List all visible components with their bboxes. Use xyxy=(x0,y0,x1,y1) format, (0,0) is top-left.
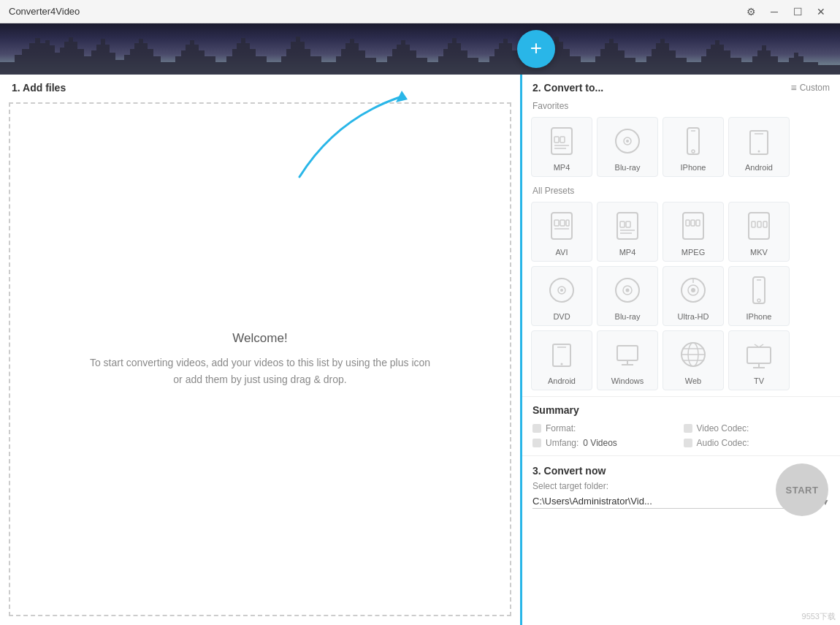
svg-rect-30 xyxy=(752,221,755,227)
svg-point-45 xyxy=(757,299,760,302)
all-presets-group: All Presets AVI xyxy=(522,183,840,396)
preset-item-fav-mp4[interactable]: MP4 xyxy=(531,117,592,177)
gear-icon: ⚙ xyxy=(747,6,756,18)
settings-button[interactable]: ⚙ xyxy=(741,4,761,20)
svg-rect-31 xyxy=(757,221,761,227)
fav-iphone-icon xyxy=(674,122,712,160)
umfang-value: 0 Videos xyxy=(583,438,616,448)
preset-item-fav-bluray[interactable]: Blu-ray xyxy=(597,117,658,177)
windows-icon xyxy=(608,336,646,374)
fav-mp4-label: MP4 xyxy=(554,163,570,172)
fav-mp4-icon xyxy=(543,122,581,160)
video-codec-key: Video Codec: xyxy=(697,423,749,433)
start-button[interactable]: START xyxy=(776,463,828,516)
preset-item-mkv[interactable]: MKV xyxy=(728,202,790,262)
svg-point-38 xyxy=(626,289,630,292)
video-codec-dot xyxy=(684,424,692,433)
preset-item-dvd[interactable]: DVD xyxy=(531,266,592,326)
fav-bluray-icon xyxy=(608,122,646,160)
iphone-label: IPhone xyxy=(747,312,772,321)
preset-item-avi[interactable]: AVI xyxy=(531,202,592,262)
mpeg-label: MPEG xyxy=(681,248,705,257)
audio-codec-key: Audio Codec: xyxy=(697,438,749,448)
hero-banner: + xyxy=(0,23,840,75)
menu-lines-icon: ≡ xyxy=(790,82,796,94)
svg-rect-28 xyxy=(696,220,700,226)
svg-point-41 xyxy=(691,288,695,292)
audio-codec-row: Audio Codec: xyxy=(684,438,831,448)
bluray-label: Blu-ray xyxy=(615,312,641,321)
convert-now-section: 3. Convert now Select target folder: C:\… xyxy=(522,456,840,625)
tv-label: TV xyxy=(754,376,764,385)
windows-label: Windows xyxy=(611,376,644,385)
svg-rect-57 xyxy=(747,347,771,363)
android-label: Android xyxy=(548,376,576,385)
umfang-row: Umfang: 0 Videos xyxy=(532,438,679,448)
preset-item-mp4[interactable]: MP4 xyxy=(597,202,658,262)
preset-item-tv[interactable]: TV xyxy=(728,330,790,390)
svg-rect-18 xyxy=(566,220,569,226)
titlebar: Converter4Video ⚙ ─ ☐ ✕ xyxy=(0,0,840,23)
svg-point-11 xyxy=(692,150,695,153)
left-panel: 1. Add files Welcome! To start convertin… xyxy=(0,75,522,625)
watermark: 9553下载 xyxy=(802,611,836,622)
svg-rect-32 xyxy=(763,221,767,227)
svg-rect-21 xyxy=(620,221,625,227)
svg-rect-27 xyxy=(691,220,695,226)
maximize-button[interactable]: ☐ xyxy=(787,4,808,20)
fav-android-label: Android xyxy=(745,163,773,172)
all-presets-label: All Presets xyxy=(531,186,831,196)
preset-item-fav-iphone[interactable]: IPhone xyxy=(663,117,724,177)
custom-button[interactable]: ≡ Custom xyxy=(790,82,830,94)
close-icon: ✕ xyxy=(817,6,825,18)
svg-rect-2 xyxy=(554,137,559,143)
summary-section: Summary Format: Video Codec: Umfang: 0 V… xyxy=(522,397,840,456)
preset-item-bluray[interactable]: Blu-ray xyxy=(597,266,658,326)
dvd-label: DVD xyxy=(553,312,570,321)
preset-item-fav-android[interactable]: Android xyxy=(728,117,790,177)
target-folder-path: C:\Users\Administrator\Vid... xyxy=(532,496,818,509)
convert-to-section[interactable]: 2. Convert to... ≡ Custom Favorites xyxy=(522,75,840,397)
svg-rect-3 xyxy=(560,137,565,143)
preset-item-iphone[interactable]: IPhone xyxy=(728,266,790,326)
all-presets-grid: AVI MP4 xyxy=(531,202,831,390)
mp4-icon xyxy=(608,207,646,245)
summary-grid: Format: Video Codec: Umfang: 0 Videos Au… xyxy=(532,423,830,448)
welcome-title: Welcome! xyxy=(232,331,287,346)
favorites-group: Favorites MP4 xyxy=(522,98,840,183)
svg-rect-49 xyxy=(617,346,638,360)
silhouette-svg xyxy=(0,34,840,75)
format-key: Format: xyxy=(546,423,576,433)
umfang-dot xyxy=(532,439,541,447)
start-label: START xyxy=(786,485,819,496)
app-title: Converter4Video xyxy=(9,6,80,17)
summary-title: Summary xyxy=(532,404,830,416)
welcome-text-line2: or add them by just using drag & drop. xyxy=(173,371,346,387)
bluray-icon xyxy=(608,271,646,309)
preset-item-windows[interactable]: Windows xyxy=(597,330,658,390)
tv-icon xyxy=(740,336,778,374)
mpeg-icon xyxy=(674,207,712,245)
add-files-header: 1. Add files xyxy=(0,75,520,98)
minimize-button[interactable]: ─ xyxy=(764,4,784,20)
svg-rect-17 xyxy=(560,220,565,226)
umfang-key: Umfang: xyxy=(546,438,579,448)
ultrahd-icon xyxy=(674,271,712,309)
add-files-button[interactable]: + xyxy=(517,30,555,68)
preset-item-ultrahd[interactable]: Ultra-HD xyxy=(663,266,724,326)
video-codec-row: Video Codec: xyxy=(684,423,831,433)
ultrahd-label: Ultra-HD xyxy=(678,312,709,321)
fav-bluray-label: Blu-ray xyxy=(615,163,641,172)
convert-to-header: 2. Convert to... ≡ Custom xyxy=(522,75,840,98)
preset-item-android[interactable]: Android xyxy=(531,330,592,390)
preset-item-web[interactable]: Web xyxy=(663,330,724,390)
svg-point-35 xyxy=(560,289,563,292)
favorites-label: Favorites xyxy=(531,101,831,111)
close-button[interactable]: ✕ xyxy=(811,4,831,20)
svg-rect-16 xyxy=(554,220,559,226)
preset-item-mpeg[interactable]: MPEG xyxy=(663,202,724,262)
svg-rect-22 xyxy=(626,221,630,227)
iphone-icon xyxy=(740,271,778,309)
window-controls: ⚙ ─ ☐ ✕ xyxy=(741,4,831,20)
drop-zone[interactable]: Welcome! To start converting videos, add… xyxy=(9,102,511,616)
